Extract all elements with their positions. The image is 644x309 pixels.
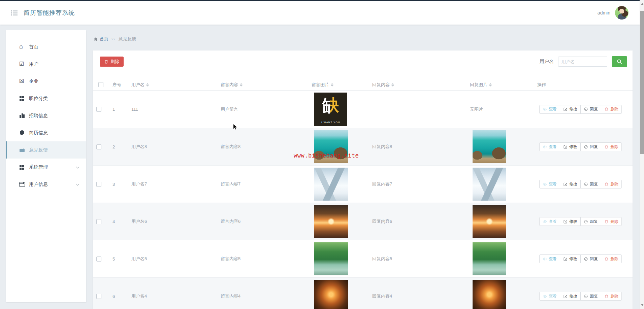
row-checkbox[interactable] xyxy=(96,219,101,224)
sidebar-item-users[interactable]: 用户 xyxy=(6,56,86,73)
hamburger-menu-icon[interactable] xyxy=(11,10,18,15)
edit-button[interactable]: 修改 xyxy=(560,292,581,301)
sidebar: 首页 用户 企业 职位分类 招聘信息 简历信息 xyxy=(6,30,86,302)
select-all-checkbox[interactable] xyxy=(98,82,103,87)
reply-image[interactable] xyxy=(473,130,506,163)
sidebar-item-feedback[interactable]: 意见反馈 xyxy=(6,141,86,159)
current-user-name[interactable]: admin xyxy=(598,10,610,15)
row-checkbox[interactable] xyxy=(96,107,101,112)
row-checkbox[interactable] xyxy=(96,144,101,149)
table-row: 4 用户名6 留言内容6 缺 缺 I WANT YOU 回复内容6 xyxy=(93,203,633,240)
reply-image[interactable] xyxy=(473,205,506,238)
bulb-icon xyxy=(19,130,25,136)
breadcrumb-separator: ›› xyxy=(111,37,116,41)
sidebar-item-job-category[interactable]: 职位分类 xyxy=(6,90,86,107)
sort-caret-icon[interactable] xyxy=(489,83,492,87)
trash-icon xyxy=(604,182,609,186)
message-image[interactable]: 缺 缺 I WANT YOU xyxy=(314,168,348,201)
breadcrumb-home-link[interactable]: 首页 xyxy=(94,36,108,42)
search-field-label: 用户名 xyxy=(540,59,554,65)
view-button[interactable]: 查看 xyxy=(539,292,560,301)
sort-caret-icon[interactable] xyxy=(331,83,333,87)
delete-button[interactable]: 删除 xyxy=(100,57,124,67)
reply-image[interactable] xyxy=(473,280,506,309)
table-row: 6 用户名4 留言内容4 缺 缺 I WANT YOU 回复内容4 xyxy=(93,277,633,309)
sort-caret-icon[interactable] xyxy=(240,83,243,87)
sidebar-item-company[interactable]: 企业 xyxy=(6,73,86,90)
breadcrumb-home-label: 首页 xyxy=(100,36,108,42)
sidebar-item-label: 企业 xyxy=(29,78,38,84)
row-delete-button[interactable]: 删除 xyxy=(601,105,622,114)
edit-button[interactable]: 修改 xyxy=(560,105,581,114)
reply-button[interactable]: 回复 xyxy=(580,292,601,301)
scroll-down-icon[interactable] xyxy=(641,304,644,306)
edit-button[interactable]: 修改 xyxy=(560,180,581,188)
sidebar-item-label: 系统管理 xyxy=(29,164,48,170)
eye-icon xyxy=(543,145,547,149)
sidebar-item-resume-info[interactable]: 简历信息 xyxy=(6,124,86,141)
row-username: 用户名7 xyxy=(128,166,217,203)
username-search-input[interactable] xyxy=(558,57,607,67)
row-message: 留言内容4 xyxy=(217,278,308,309)
view-button[interactable]: 查看 xyxy=(539,105,560,114)
view-button[interactable]: 查看 xyxy=(539,142,560,151)
message-image[interactable]: 缺 缺 I WANT YOU xyxy=(314,280,348,309)
watermark-text: www.bishebang.site xyxy=(294,152,359,159)
sidebar-item-label: 首页 xyxy=(29,44,38,50)
reply-button[interactable]: 回复 xyxy=(580,180,601,188)
message-image[interactable]: 缺 缺 I WANT YOU xyxy=(314,93,347,126)
row-delete-button[interactable]: 删除 xyxy=(601,142,622,151)
row-delete-button[interactable]: 删除 xyxy=(601,217,622,226)
table-row: 2 用户名8 留言内容8 缺 缺 I WANT YOU 回复内容8 xyxy=(93,128,633,165)
reply-image[interactable] xyxy=(473,242,506,275)
table-toolbar: 删除 用户名 xyxy=(93,50,633,67)
message-image[interactable]: 缺 缺 I WANT YOU xyxy=(314,205,348,238)
search-group: 用户名 xyxy=(540,56,627,67)
scroll-up-icon[interactable] xyxy=(641,3,644,5)
reply-icon xyxy=(584,219,588,224)
edit-button[interactable]: 修改 xyxy=(560,217,581,226)
reply-button[interactable]: 回复 xyxy=(580,217,601,226)
sort-caret-icon[interactable] xyxy=(146,83,149,87)
sidebar-item-recruit-info[interactable]: 招聘信息 xyxy=(6,107,86,124)
user-avatar[interactable] xyxy=(615,6,629,20)
sidebar-item-user-info[interactable]: 用户信息 xyxy=(6,176,86,193)
edit-icon xyxy=(563,145,568,149)
table-row: 1 111 用户留言 缺 缺 I WANT YOU 无图片 xyxy=(93,91,633,128)
reply-image[interactable] xyxy=(473,168,506,201)
row-message: 留言内容5 xyxy=(217,240,308,277)
poster-caption: I WANT YOU xyxy=(314,121,347,124)
sidebar-item-system-manage[interactable]: 系统管理 xyxy=(6,159,86,176)
row-message: 留言内容6 xyxy=(217,203,308,240)
row-checkbox[interactable] xyxy=(96,256,101,262)
trash-icon xyxy=(604,294,609,299)
table-header-cell: 序号 xyxy=(109,79,128,90)
edit-button[interactable]: 修改 xyxy=(560,142,581,151)
trash-icon xyxy=(604,107,609,111)
reply-icon xyxy=(584,294,588,299)
message-image[interactable]: 缺 缺 I WANT YOU xyxy=(314,242,348,275)
edit-icon xyxy=(563,294,568,299)
row-delete-button[interactable]: 删除 xyxy=(601,180,622,188)
scrollbar-thumb[interactable] xyxy=(640,11,644,154)
row-delete-button[interactable]: 删除 xyxy=(601,254,622,263)
row-delete-button[interactable]: 删除 xyxy=(601,292,622,301)
view-button[interactable]: 查看 xyxy=(539,217,560,226)
page-scrollbar[interactable] xyxy=(640,0,644,309)
search-button[interactable] xyxy=(612,56,627,67)
view-button[interactable]: 查看 xyxy=(539,180,560,188)
row-checkbox[interactable] xyxy=(96,182,101,187)
reply-button[interactable]: 回复 xyxy=(580,254,601,263)
edit-button[interactable]: 修改 xyxy=(560,254,581,263)
eye-icon xyxy=(543,257,547,261)
reply-button[interactable]: 回复 xyxy=(580,142,601,151)
sort-caret-icon[interactable] xyxy=(391,83,394,87)
search-icon xyxy=(617,59,622,65)
row-checkbox[interactable] xyxy=(96,294,101,299)
reply-button[interactable]: 回复 xyxy=(580,105,601,114)
window-icon xyxy=(19,182,25,187)
sidebar-item-home[interactable]: 首页 xyxy=(6,38,86,56)
row-index: 2 xyxy=(109,128,128,165)
view-button[interactable]: 查看 xyxy=(539,254,560,263)
eye-icon xyxy=(543,107,547,111)
